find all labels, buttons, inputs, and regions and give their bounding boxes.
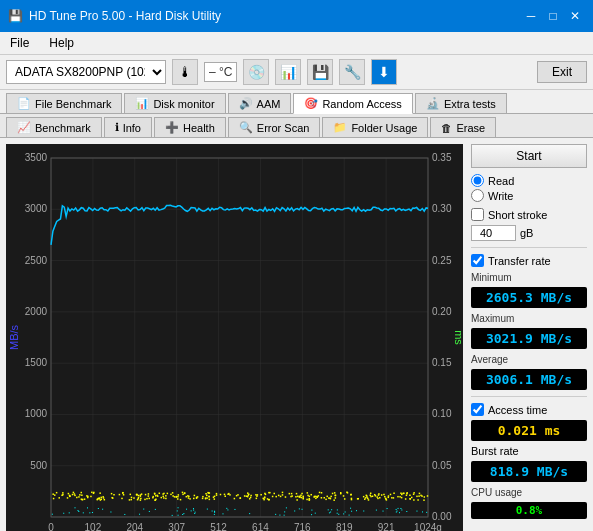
maximize-button[interactable]: □: [543, 6, 563, 26]
tab-file-benchmark[interactable]: 📄 File Benchmark: [6, 93, 122, 113]
gb-spin-row: gB: [471, 225, 587, 241]
menu-help[interactable]: Help: [43, 34, 80, 52]
download-icon[interactable]: ⬇: [371, 59, 397, 85]
divider-2: [471, 396, 587, 397]
info-icon: ℹ: [115, 121, 119, 134]
drive-selector[interactable]: ADATA SX8200PNP (1024 gB): [6, 60, 166, 84]
minimum-label: Minimum: [471, 272, 587, 283]
title-bar-controls: ─ □ ✕: [521, 6, 585, 26]
cpu-usage-label: CPU usage: [471, 487, 587, 498]
temperature-display: – °C: [204, 62, 237, 82]
temperature-icon: 🌡: [172, 59, 198, 85]
write-radio[interactable]: [471, 189, 484, 202]
toolbar: ADATA SX8200PNP (1024 gB) 🌡 – °C 💿 📊 💾 🔧…: [0, 55, 593, 90]
exit-button[interactable]: Exit: [537, 61, 587, 83]
access-time-value: 0.021 ms: [471, 420, 587, 441]
cpu-usage-value: 0.8%: [471, 502, 587, 519]
file-benchmark-icon: 📄: [17, 97, 31, 110]
disk-icon2[interactable]: 📊: [275, 59, 301, 85]
transfer-rate-label[interactable]: Transfer rate: [471, 254, 587, 267]
app-icon: 💾: [8, 9, 23, 23]
main-area: Start Read Write Short stroke gB Transfe…: [0, 138, 593, 531]
short-stroke-label[interactable]: Short stroke: [471, 208, 587, 221]
benchmark-icon: 📈: [17, 121, 31, 134]
minimize-button[interactable]: ─: [521, 6, 541, 26]
tab-extra-tests[interactable]: 🔬 Extra tests: [415, 93, 507, 113]
average-label: Average: [471, 354, 587, 365]
window-title: HD Tune Pro 5.00 - Hard Disk Utility: [29, 9, 221, 23]
tab-random-access[interactable]: 🎯 Random Access: [293, 93, 412, 114]
read-radio-label[interactable]: Read: [471, 174, 587, 187]
disk-monitor-icon: 📊: [135, 97, 149, 110]
disk-icon1[interactable]: 💿: [243, 59, 269, 85]
gb-input[interactable]: [471, 225, 516, 241]
divider-1: [471, 247, 587, 248]
tab-erase[interactable]: 🗑 Erase: [430, 117, 496, 137]
short-stroke-checkbox[interactable]: [471, 208, 484, 221]
menu-file[interactable]: File: [4, 34, 35, 52]
maximum-label: Maximum: [471, 313, 587, 324]
tools-icon[interactable]: 🔧: [339, 59, 365, 85]
erase-icon: 🗑: [441, 122, 452, 134]
extra-tests-icon: 🔬: [426, 97, 440, 110]
save-icon[interactable]: 💾: [307, 59, 333, 85]
maximum-value: 3021.9 MB/s: [471, 328, 587, 349]
tab-aam[interactable]: 🔊 AAM: [228, 93, 292, 113]
right-panel: Start Read Write Short stroke gB Transfe…: [463, 138, 593, 531]
tab-folder-usage[interactable]: 📁 Folder Usage: [322, 117, 428, 137]
tabs-row-2: 📈 Benchmark ℹ Info ➕ Health 🔍 Error Scan…: [0, 114, 593, 138]
chart-area: [6, 144, 463, 531]
burst-rate-value: 818.9 MB/s: [471, 461, 587, 482]
title-bar: 💾 HD Tune Pro 5.00 - Hard Disk Utility ─…: [0, 0, 593, 32]
transfer-rate-checkbox[interactable]: [471, 254, 484, 267]
tab-error-scan[interactable]: 🔍 Error Scan: [228, 117, 321, 137]
tab-benchmark[interactable]: 📈 Benchmark: [6, 117, 102, 137]
health-icon: ➕: [165, 121, 179, 134]
error-scan-icon: 🔍: [239, 121, 253, 134]
close-button[interactable]: ✕: [565, 6, 585, 26]
tab-disk-monitor[interactable]: 📊 Disk monitor: [124, 93, 225, 113]
tabs-row-1: 📄 File Benchmark 📊 Disk monitor 🔊 AAM 🎯 …: [0, 90, 593, 114]
folder-usage-icon: 📁: [333, 121, 347, 134]
tab-health[interactable]: ➕ Health: [154, 117, 226, 137]
start-button[interactable]: Start: [471, 144, 587, 168]
access-time-label[interactable]: Access time: [471, 403, 587, 416]
tab-info[interactable]: ℹ Info: [104, 117, 152, 137]
write-radio-label[interactable]: Write: [471, 189, 587, 202]
read-radio[interactable]: [471, 174, 484, 187]
menu-bar: File Help: [0, 32, 593, 55]
average-value: 3006.1 MB/s: [471, 369, 587, 390]
minimum-value: 2605.3 MB/s: [471, 287, 587, 308]
burst-rate-label: Burst rate: [471, 445, 587, 457]
read-write-radio-group: Read Write: [471, 172, 587, 204]
random-access-icon: 🎯: [304, 97, 318, 110]
benchmark-chart: [6, 144, 463, 531]
title-bar-left: 💾 HD Tune Pro 5.00 - Hard Disk Utility: [8, 9, 221, 23]
aam-icon: 🔊: [239, 97, 253, 110]
access-time-checkbox[interactable]: [471, 403, 484, 416]
